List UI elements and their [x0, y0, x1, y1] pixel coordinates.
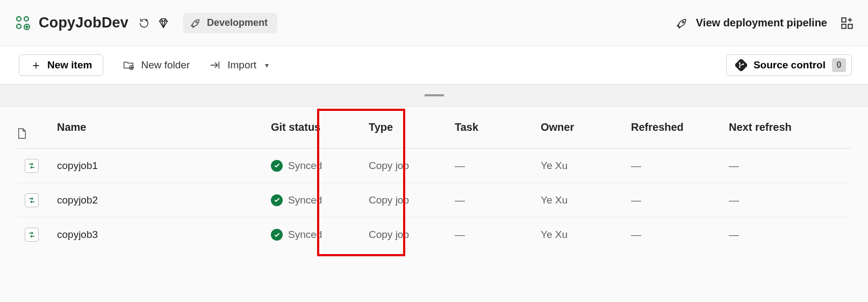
folder-plus-icon: [123, 59, 134, 71]
apps-icon[interactable]: [840, 16, 854, 30]
column-next-refresh[interactable]: Next refresh: [729, 121, 842, 134]
owner-cell: Ye Xu: [541, 229, 631, 241]
next-refresh-cell: —: [729, 229, 842, 241]
svg-point-2: [17, 24, 21, 29]
environment-label: Development: [207, 17, 268, 29]
owner-cell: Ye Xu: [541, 160, 631, 172]
refreshed-cell: —: [631, 229, 729, 241]
item-type-icon: [17, 228, 57, 242]
resize-grip[interactable]: [0, 84, 868, 107]
plus-icon: ＋: [30, 59, 42, 71]
svg-rect-9: [842, 24, 846, 29]
new-folder-label: New folder: [141, 59, 190, 71]
svg-rect-10: [848, 24, 852, 29]
task-cell: —: [455, 160, 541, 172]
owner-cell: Ye Xu: [541, 194, 631, 206]
item-name-link[interactable]: copyjob1: [57, 160, 98, 171]
workspace-title: CopyJobDev: [39, 15, 128, 31]
import-button[interactable]: Import ▾: [209, 59, 269, 71]
new-folder-button[interactable]: New folder: [123, 59, 190, 71]
grip-icon: [425, 94, 444, 96]
column-type[interactable]: Type: [369, 121, 455, 134]
next-refresh-cell: —: [729, 194, 842, 206]
svg-point-7: [682, 21, 684, 23]
git-status-text: Synced: [288, 229, 322, 241]
table-row[interactable]: copyjob3 Synced Copy job — Ye Xu — —: [17, 217, 851, 252]
view-pipeline-link[interactable]: View deployment pipeline: [676, 17, 827, 30]
type-cell: Copy job: [369, 229, 455, 241]
chevron-down-icon: ▾: [265, 61, 269, 69]
import-label: Import: [227, 59, 256, 71]
git-status-cell: Synced: [271, 229, 369, 241]
git-status-text: Synced: [288, 160, 322, 172]
workspace-header: CopyJobDev Development View deploy: [0, 0, 868, 46]
check-circle-icon: [271, 194, 283, 206]
new-item-label: New item: [47, 59, 92, 71]
environment-chip[interactable]: Development: [183, 13, 277, 33]
check-circle-icon: [271, 229, 283, 241]
column-icon-header: [17, 115, 57, 139]
branch-icon: [735, 59, 747, 71]
item-type-icon: [17, 159, 57, 173]
new-item-button[interactable]: ＋ New item: [19, 54, 103, 76]
check-circle-icon: [271, 160, 283, 172]
source-control-button[interactable]: Source control 0: [726, 54, 852, 76]
type-cell: Copy job: [369, 194, 455, 206]
svg-point-0: [17, 17, 21, 21]
toolbar: ＋ New item New folder Import ▾ Source co: [0, 46, 868, 84]
items-table: Name Git status Type Task Owner Refreshe…: [0, 107, 868, 252]
item-type-icon: [17, 193, 57, 207]
refreshed-cell: —: [631, 160, 729, 172]
view-pipeline-label: View deployment pipeline: [696, 17, 827, 29]
item-name-link[interactable]: copyjob2: [57, 194, 98, 206]
svg-point-6: [196, 21, 197, 23]
file-icon: [17, 128, 57, 139]
workspace-icon: [14, 15, 31, 32]
column-git-status[interactable]: Git status: [271, 121, 369, 134]
table-header-row: Name Git status Type Task Owner Refreshe…: [17, 107, 851, 149]
column-owner[interactable]: Owner: [541, 121, 631, 134]
type-cell: Copy job: [369, 160, 455, 172]
rocket-icon: [190, 17, 202, 29]
source-control-count-badge: 0: [832, 58, 846, 72]
refresh-ai-icon[interactable]: [136, 15, 152, 31]
item-name-link[interactable]: copyjob3: [57, 229, 98, 240]
task-cell: —: [455, 229, 541, 241]
column-name[interactable]: Name: [57, 121, 271, 134]
git-status-cell: Synced: [271, 194, 369, 206]
table-row[interactable]: copyjob2 Synced Copy job — Ye Xu — —: [17, 183, 851, 217]
import-icon: [209, 59, 221, 71]
git-status-cell: Synced: [271, 160, 369, 172]
rocket-icon: [676, 17, 688, 30]
column-refreshed[interactable]: Refreshed: [631, 121, 729, 134]
svg-point-1: [24, 17, 28, 21]
svg-rect-8: [842, 18, 846, 22]
source-control-label: Source control: [754, 59, 826, 71]
table-row[interactable]: copyjob1 Synced Copy job — Ye Xu — —: [17, 149, 851, 183]
refreshed-cell: —: [631, 194, 729, 206]
task-cell: —: [455, 194, 541, 206]
diamond-icon[interactable]: [155, 15, 171, 31]
column-task[interactable]: Task: [455, 121, 541, 134]
git-status-text: Synced: [288, 194, 322, 206]
next-refresh-cell: —: [729, 160, 842, 172]
